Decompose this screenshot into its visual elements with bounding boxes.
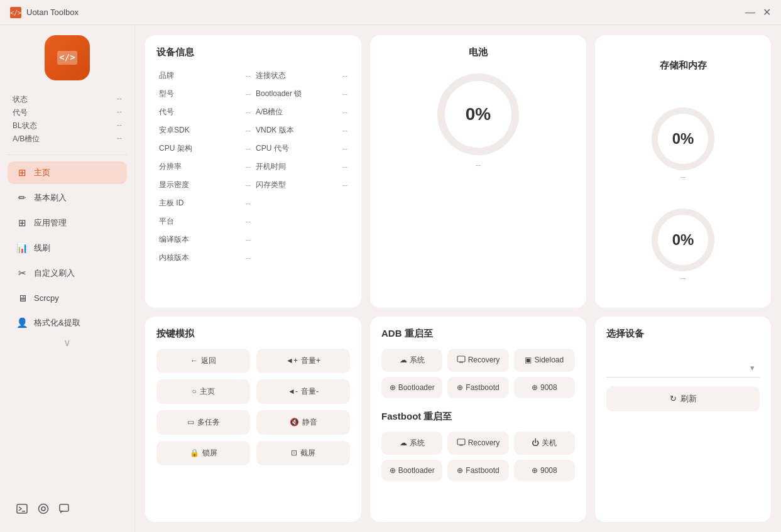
info-row-vndk: VNDK 版本 -- xyxy=(253,122,350,139)
device-select-wrap xyxy=(606,357,760,377)
screenshot-button[interactable]: ⊡ 截屏 xyxy=(256,441,350,465)
adb-sideload-icon: ▣ xyxy=(525,356,532,364)
ram-value: -- xyxy=(680,173,685,182)
sidebar-item-flash-basic[interactable]: ✏ 基本刷入 xyxy=(8,187,127,209)
storage-value: -- xyxy=(680,274,685,283)
home-button[interactable]: ○ 主页 xyxy=(156,379,250,404)
info-value-ab-slot: -- xyxy=(342,108,347,117)
info-row-build-version: 编译版本 -- xyxy=(156,231,253,248)
sidebar-item-app-manager[interactable]: ⊞ 应用管理 xyxy=(8,212,127,234)
window-controls: — ✕ xyxy=(746,8,771,17)
multitask-button[interactable]: ▭ 多任务 xyxy=(156,410,250,435)
chat-icon[interactable] xyxy=(59,503,70,517)
info-value-resolution: -- xyxy=(246,163,251,171)
github-icon[interactable] xyxy=(38,503,49,517)
minimize-button[interactable]: — xyxy=(746,8,755,17)
sidebar-chevron[interactable]: ∨ xyxy=(8,337,127,349)
info-label-brand: 品牌 xyxy=(159,70,174,81)
status-row-codename: 代号 -- xyxy=(13,106,122,119)
device-info-card: 设备信息 品牌 -- 型号 -- 代号 -- xyxy=(145,35,361,308)
info-value-sdk: -- xyxy=(246,126,251,135)
fb-bootloader-button[interactable]: ⊕ Bootloader xyxy=(381,460,442,481)
adb-fastbootd-button[interactable]: ⊕ Fastbootd xyxy=(447,377,508,398)
fb-system-button[interactable]: ☁ 系统 xyxy=(381,432,442,455)
info-label-board-id: 主板 ID xyxy=(159,198,183,209)
multitask-label: 多任务 xyxy=(197,417,220,428)
info-label-cpu-arch: CPU 架构 xyxy=(159,143,192,154)
status-row-bl: BL状态 -- xyxy=(13,119,122,133)
status-val-bl: -- xyxy=(117,121,122,131)
fb-bootloader-icon: ⊕ xyxy=(390,466,396,475)
home-sim-icon: ○ xyxy=(192,387,196,396)
vol-down-label: 音量- xyxy=(301,386,319,397)
close-button[interactable]: ✕ xyxy=(762,8,771,17)
refresh-icon: ↻ xyxy=(670,394,677,403)
fb-recovery-button[interactable]: Recovery xyxy=(447,432,508,455)
info-row-codename: 代号 -- xyxy=(156,104,253,121)
terminal-icon[interactable] xyxy=(16,503,28,517)
back-button[interactable]: ← 返回 xyxy=(156,349,250,373)
sidebar-item-label-home: 主页 xyxy=(34,167,50,178)
sidebar-divider xyxy=(8,155,127,155)
fb-fastbootd-button[interactable]: ⊕ Fastbootd xyxy=(447,460,508,481)
adb-system-button[interactable]: ☁ 系统 xyxy=(381,349,442,372)
battery-title: 电池 xyxy=(469,46,488,58)
device-info-col-left: 品牌 -- 型号 -- 代号 -- 安卓SDK -- xyxy=(156,67,253,266)
info-row-bl-lock: Bootloader 锁 -- xyxy=(253,85,350,102)
adb-fastbootd-icon: ⊕ xyxy=(457,383,463,392)
lock-button[interactable]: 🔒 锁屏 xyxy=(156,441,250,465)
adb-bootloader-button[interactable]: ⊕ Bootloader xyxy=(381,377,442,398)
app-manager-icon: ⊞ xyxy=(16,217,28,229)
svg-rect-11 xyxy=(457,439,465,445)
sidebar: </> 状态 -- 代号 -- BL状态 -- A/B槽位 -- xyxy=(0,25,135,532)
sidebar-logo: </> xyxy=(8,35,127,80)
sidebar-item-label-custom-flash: 自定义刷入 xyxy=(34,268,75,279)
fb-system-label: 系统 xyxy=(410,438,425,448)
svg-rect-9 xyxy=(457,356,465,362)
fb-9008-button[interactable]: ⊕ 9008 xyxy=(514,460,575,481)
info-row-sdk: 安卓SDK -- xyxy=(156,122,253,139)
status-row-ab: A/B槽位 -- xyxy=(13,133,122,146)
device-info-grid: 品牌 -- 型号 -- 代号 -- 安卓SDK -- xyxy=(156,67,350,266)
adb-restart-section: ADB 重启至 ☁ 系统 Recovery ▣ Sideload xyxy=(381,328,575,398)
app-body: </> 状态 -- 代号 -- BL状态 -- A/B槽位 -- xyxy=(0,25,781,532)
sidebar-item-scrcpy[interactable]: 🖥 Scrcpy xyxy=(8,287,127,309)
button-sim-card: 按键模拟 ← 返回 ◄+ 音量+ ○ 主页 ◄- 音量- xyxy=(145,317,361,523)
info-value-bl-lock: -- xyxy=(342,90,347,99)
info-row-flash-type: 闪存类型 -- xyxy=(253,176,350,193)
info-value-flash-type: -- xyxy=(342,181,347,190)
info-label-build-version: 编译版本 xyxy=(159,234,189,245)
fastboot-restart-grid: ☁ 系统 Recovery ⏻ 关机 ⊕ xyxy=(381,432,575,481)
sidebar-item-home[interactable]: ⊞ 主页 xyxy=(8,161,127,184)
adb-recovery-button[interactable]: Recovery xyxy=(447,349,508,372)
battery-status: -- xyxy=(476,160,481,170)
back-icon: ← xyxy=(190,356,198,365)
info-row-connect: 连接状态 -- xyxy=(253,67,350,84)
adb-9008-button[interactable]: ⊕ 9008 xyxy=(514,377,575,398)
fb-shutdown-label: 关机 xyxy=(542,438,557,448)
vol-up-button[interactable]: ◄+ 音量+ xyxy=(256,349,350,373)
app-icon: </> xyxy=(10,7,21,18)
fb-fastbootd-label: Fastbootd xyxy=(466,466,499,475)
sidebar-bottom xyxy=(8,498,127,522)
sidebar-item-label-flash-basic: 基本刷入 xyxy=(34,192,67,204)
refresh-button[interactable]: ↻ 刷新 xyxy=(606,386,760,411)
battery-circle: 0% xyxy=(437,73,519,155)
info-row-platform: 平台 -- xyxy=(156,213,253,230)
mute-button[interactable]: 🔇 静音 xyxy=(256,410,350,435)
sidebar-item-label-wire-flash: 线刷 xyxy=(34,242,50,254)
device-select[interactable] xyxy=(606,357,760,377)
info-row-resolution: 分辨率 -- xyxy=(156,158,253,175)
sidebar-item-custom-flash[interactable]: ✂ 自定义刷入 xyxy=(8,262,127,285)
fb-shutdown-button[interactable]: ⏻ 关机 xyxy=(514,432,575,455)
screenshot-icon: ⊡ xyxy=(291,448,297,457)
logo-box: </> xyxy=(45,35,90,80)
status-val-ab: -- xyxy=(117,134,122,144)
adb-sideload-button[interactable]: ▣ Sideload xyxy=(514,349,575,372)
fb-bootloader-label: Bootloader xyxy=(398,466,435,475)
scrcpy-icon: 🖥 xyxy=(16,293,28,303)
adb-bootloader-icon: ⊕ xyxy=(390,383,396,392)
sidebar-item-format-extract[interactable]: 👤 格式化&提取 xyxy=(8,312,127,334)
sidebar-item-wire-flash[interactable]: 📊 线刷 xyxy=(8,237,127,259)
vol-down-button[interactable]: ◄- 音量- xyxy=(256,379,350,404)
